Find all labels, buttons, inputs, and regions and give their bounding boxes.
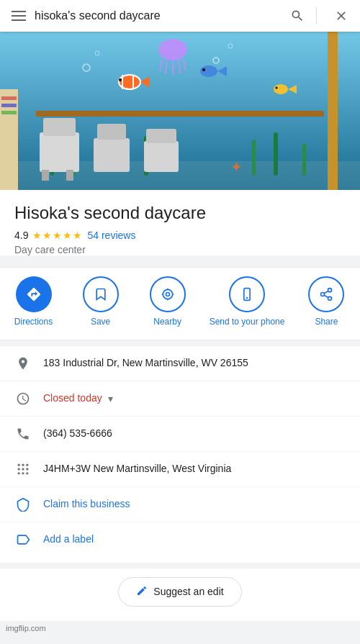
share-label: Share (315, 317, 338, 328)
location-icon (14, 356, 32, 371)
svg-point-22 (274, 84, 288, 94)
send-to-phone-label: Send to your phone (210, 317, 285, 328)
shield-icon (14, 497, 32, 512)
svg-rect-6 (252, 140, 256, 176)
phone-icon (14, 427, 32, 441)
svg-text:✦: ✦ (230, 159, 243, 175)
claim-text[interactable]: Claim this business (43, 497, 346, 512)
search-icon[interactable] (290, 9, 305, 23)
svg-point-59 (18, 463, 20, 466)
svg-rect-33 (43, 118, 76, 136)
save-label: Save (91, 317, 110, 328)
suggest-edit-label: Suggest an edit (153, 586, 223, 597)
business-category: Day care center (14, 244, 346, 255)
address-text: 183 Industrial Dr, New Martinsville, WV … (43, 356, 346, 371)
svg-rect-42 (1, 104, 17, 107)
svg-rect-37 (97, 124, 126, 140)
nearby-icon-circle (150, 276, 186, 312)
svg-point-54 (328, 289, 332, 292)
directions-label: Directions (14, 317, 53, 328)
plus-code-icon (14, 462, 32, 476)
svg-rect-43 (1, 111, 17, 114)
svg-point-47 (163, 290, 172, 299)
business-name: Hisoka's second daycare (14, 201, 346, 224)
save-button[interactable]: Save (76, 276, 126, 328)
share-button[interactable]: Share (301, 276, 351, 328)
share-icon-circle (308, 276, 344, 312)
svg-point-67 (26, 472, 28, 474)
hours-row[interactable]: Closed today ▾ (0, 381, 360, 417)
svg-rect-39 (146, 129, 176, 143)
menu-icon[interactable] (12, 11, 26, 21)
business-photo: ✦ (0, 32, 360, 190)
address-row: 183 Industrial Dr, New Martinsville, WV … (0, 346, 360, 381)
plus-code-text: J4HM+3W New Martinsville, West Virginia (43, 462, 346, 476)
label-icon (14, 532, 32, 547)
svg-point-63 (22, 468, 24, 470)
svg-point-61 (26, 463, 28, 466)
svg-point-64 (26, 468, 28, 470)
directions-icon-circle (16, 276, 52, 312)
svg-point-60 (22, 463, 24, 466)
svg-point-46 (166, 293, 169, 296)
svg-line-58 (325, 291, 329, 294)
svg-point-62 (18, 468, 20, 470)
svg-point-65 (18, 472, 20, 474)
svg-rect-34 (42, 170, 49, 181)
info-section: 183 Industrial Dr, New Martinsville, WV … (0, 346, 360, 563)
pencil-icon (136, 585, 148, 599)
send-to-phone-button[interactable]: Send to your phone (210, 276, 285, 328)
star-rating: ★★★★★ (32, 230, 83, 241)
add-label-text[interactable]: Add a label (43, 532, 346, 547)
svg-rect-8 (302, 143, 306, 176)
hours-status-row[interactable]: Closed today ▾ (43, 391, 113, 406)
svg-point-24 (276, 87, 278, 89)
svg-point-55 (321, 293, 325, 296)
svg-point-25 (158, 39, 187, 60)
plus-code-row: J4HM+3W New Martinsville, West Virginia (0, 452, 360, 487)
phone-row[interactable]: (364) 535-6666 (0, 417, 360, 452)
close-icon[interactable] (334, 9, 348, 23)
svg-line-57 (325, 295, 329, 297)
claim-business-row[interactable]: Claim this business (0, 487, 360, 522)
rating-row: 4.9 ★★★★★ 54 reviews (14, 230, 346, 241)
svg-rect-32 (40, 132, 79, 172)
svg-rect-35 (66, 170, 73, 181)
suggest-edit-button[interactable]: Suggest an edit (118, 577, 241, 607)
search-bar (0, 0, 360, 32)
watermark: imgflip.com (0, 621, 360, 635)
svg-point-66 (22, 472, 24, 474)
clock-icon (14, 391, 32, 406)
rating-number: 4.9 (14, 230, 28, 241)
business-card: Hisoka's second daycare 4.9 ★★★★★ 54 rev… (0, 190, 360, 255)
svg-point-21 (202, 68, 205, 71)
send-to-phone-icon-circle (229, 276, 265, 312)
svg-point-19 (200, 65, 217, 77)
search-input[interactable] (35, 9, 282, 22)
svg-point-56 (328, 297, 332, 301)
svg-rect-7 (274, 132, 278, 176)
directions-button[interactable]: Directions (9, 276, 59, 328)
svg-point-18 (119, 78, 122, 81)
phone-text: (364) 535-6666 (43, 427, 346, 441)
save-icon-circle (83, 276, 119, 312)
review-count[interactable]: 54 reviews (87, 230, 135, 241)
nearby-label: Nearby (153, 317, 181, 328)
actions-row: Directions Save Nearby (0, 267, 360, 340)
svg-rect-38 (144, 141, 179, 172)
hours-expand-icon[interactable]: ▾ (108, 393, 113, 404)
svg-rect-45 (36, 111, 324, 117)
svg-rect-44 (328, 32, 338, 190)
suggest-edit-section: Suggest an edit (0, 568, 360, 621)
hours-status: Closed today (43, 391, 102, 406)
add-label-row[interactable]: Add a label (0, 522, 360, 557)
svg-rect-36 (94, 138, 130, 172)
nearby-button[interactable]: Nearby (143, 276, 193, 328)
svg-rect-41 (1, 96, 17, 100)
